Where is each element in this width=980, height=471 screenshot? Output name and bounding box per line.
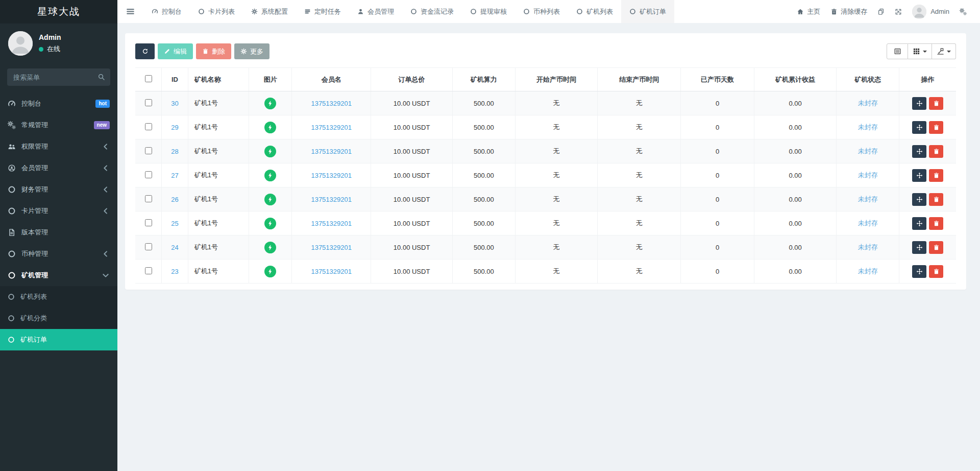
move-button[interactable] bbox=[912, 121, 926, 134]
status-link[interactable]: 未封存 bbox=[858, 171, 878, 179]
status-link[interactable]: 未封存 bbox=[858, 243, 878, 251]
member-link[interactable]: 13751329201 bbox=[311, 100, 352, 107]
chevron-left-icon bbox=[102, 143, 110, 151]
sidebar-item-finance[interactable]: 财务管理 bbox=[0, 179, 117, 200]
move-button[interactable] bbox=[912, 97, 926, 110]
move-button[interactable] bbox=[912, 193, 926, 206]
row-checkbox[interactable] bbox=[145, 171, 152, 178]
move-button[interactable] bbox=[912, 145, 926, 158]
member-link[interactable]: 13751329201 bbox=[311, 172, 352, 179]
end-time-cell: 无 bbox=[598, 139, 681, 163]
row-id-link[interactable]: 23 bbox=[171, 268, 178, 275]
row-checkbox[interactable] bbox=[145, 99, 152, 106]
row-id-link[interactable]: 27 bbox=[171, 172, 178, 179]
row-id-link[interactable]: 26 bbox=[171, 196, 178, 203]
sidebar-subitem-miner-category[interactable]: 矿机分类 bbox=[0, 308, 117, 329]
export-dropdown-button[interactable] bbox=[932, 43, 956, 59]
settings-gear-icon[interactable] bbox=[960, 8, 967, 15]
status-link[interactable]: 未封存 bbox=[858, 219, 878, 227]
sidebar-subitem-miner-orders[interactable]: 矿机订单 bbox=[0, 329, 117, 350]
tab-members[interactable]: 会员管理 bbox=[349, 0, 402, 23]
refresh-tab-icon[interactable] bbox=[877, 8, 885, 15]
sidebar-item-permissions[interactable]: 权限管理 bbox=[0, 136, 117, 157]
topbar-right: 主页 清除缓存 Admin bbox=[797, 5, 980, 19]
move-button[interactable] bbox=[912, 265, 926, 278]
move-button[interactable] bbox=[912, 169, 926, 182]
circle-icon bbox=[198, 8, 205, 15]
total-cell: 10.00 USDT bbox=[371, 260, 453, 284]
tab-console[interactable]: 控制台 bbox=[143, 0, 190, 23]
row-id-link[interactable]: 30 bbox=[171, 100, 178, 107]
sidebar-subitem-miner-list[interactable]: 矿机列表 bbox=[0, 286, 117, 308]
hamburger-icon[interactable] bbox=[117, 0, 143, 23]
edit-button[interactable]: 编辑 bbox=[158, 43, 193, 59]
status-link[interactable]: 未封存 bbox=[858, 267, 878, 275]
home-link[interactable]: 主页 bbox=[797, 7, 820, 16]
tab-card-list[interactable]: 卡片列表 bbox=[190, 0, 243, 23]
row-delete-button[interactable] bbox=[929, 121, 943, 134]
status-link[interactable]: 未封存 bbox=[858, 123, 878, 131]
status-link[interactable]: 未封存 bbox=[858, 195, 878, 203]
menu-search-input[interactable] bbox=[7, 68, 110, 86]
chevron-left-icon bbox=[102, 164, 110, 172]
total-cell: 10.00 USDT bbox=[371, 91, 453, 115]
miner-name-cell: 矿机1号 bbox=[188, 139, 249, 163]
row-checkbox[interactable] bbox=[145, 243, 152, 250]
sidebar-item-cards[interactable]: 卡片管理 bbox=[0, 200, 117, 222]
refresh-button[interactable] bbox=[135, 43, 155, 59]
move-icon bbox=[916, 244, 923, 251]
tab-miner-orders[interactable]: 矿机订单 bbox=[621, 0, 674, 23]
member-link[interactable]: 13751329201 bbox=[311, 196, 352, 203]
row-delete-button[interactable] bbox=[929, 241, 943, 254]
row-delete-button[interactable] bbox=[929, 193, 943, 206]
row-delete-button[interactable] bbox=[929, 265, 943, 278]
row-checkbox[interactable] bbox=[145, 147, 152, 154]
member-link[interactable]: 13751329201 bbox=[311, 124, 352, 131]
sidebar-item-console[interactable]: 控制台 hot bbox=[0, 93, 117, 114]
columns-dropdown-button[interactable] bbox=[908, 43, 932, 59]
status-link[interactable]: 未封存 bbox=[858, 99, 878, 107]
bolt-icon bbox=[267, 196, 274, 203]
row-checkbox[interactable] bbox=[145, 123, 152, 130]
clear-cache-link[interactable]: 清除缓存 bbox=[830, 7, 867, 16]
search-icon[interactable] bbox=[97, 73, 105, 81]
member-link[interactable]: 13751329201 bbox=[311, 220, 352, 227]
sidebar-item-miners[interactable]: 矿机管理 bbox=[0, 265, 117, 286]
move-button[interactable] bbox=[912, 217, 926, 230]
row-delete-button[interactable] bbox=[929, 97, 943, 110]
main-area: 控制台 卡片列表 系统配置 定时任务 会员管理 bbox=[117, 0, 980, 471]
tab-withdraw-review[interactable]: 提现审核 bbox=[462, 0, 515, 23]
tab-fund-records[interactable]: 资金流记录 bbox=[402, 0, 462, 23]
tab-system-config[interactable]: 系统配置 bbox=[243, 0, 296, 23]
member-link[interactable]: 13751329201 bbox=[311, 268, 352, 275]
row-delete-button[interactable] bbox=[929, 217, 943, 230]
row-delete-button[interactable] bbox=[929, 169, 943, 182]
row-checkbox[interactable] bbox=[145, 195, 152, 202]
tab-coin-list[interactable]: 币种列表 bbox=[515, 0, 568, 23]
select-all-checkbox[interactable] bbox=[145, 75, 152, 82]
user-menu[interactable]: Admin bbox=[912, 5, 949, 19]
row-id-link[interactable]: 25 bbox=[171, 220, 178, 227]
sidebar-item-coins[interactable]: 币种管理 bbox=[0, 243, 117, 265]
row-id-link[interactable]: 29 bbox=[171, 124, 178, 131]
sidebar-item-versions[interactable]: 版本管理 bbox=[0, 222, 117, 243]
sidebar-item-members[interactable]: 会员管理 bbox=[0, 157, 117, 179]
list-view-button[interactable] bbox=[887, 43, 908, 59]
table-row: 30 矿机1号 13751329201 10.00 USDT 500.00 bbox=[135, 91, 956, 115]
nav-tabs: 控制台 卡片列表 系统配置 定时任务 会员管理 bbox=[143, 0, 674, 23]
row-checkbox[interactable] bbox=[145, 219, 152, 226]
member-link[interactable]: 13751329201 bbox=[311, 148, 352, 155]
row-id-link[interactable]: 28 bbox=[171, 148, 178, 155]
more-button[interactable]: 更多 bbox=[234, 43, 270, 59]
member-link[interactable]: 13751329201 bbox=[311, 244, 352, 251]
status-link[interactable]: 未封存 bbox=[858, 147, 878, 155]
row-delete-button[interactable] bbox=[929, 145, 943, 158]
tab-scheduled-tasks[interactable]: 定时任务 bbox=[296, 0, 349, 23]
sidebar-item-general[interactable]: 常规管理 new bbox=[0, 114, 117, 136]
tab-miner-list[interactable]: 矿机列表 bbox=[568, 0, 621, 23]
move-button[interactable] bbox=[912, 241, 926, 254]
delete-button[interactable]: 删除 bbox=[196, 43, 231, 59]
row-id-link[interactable]: 24 bbox=[171, 244, 178, 251]
fullscreen-icon[interactable] bbox=[895, 8, 902, 15]
row-checkbox[interactable] bbox=[145, 267, 152, 274]
